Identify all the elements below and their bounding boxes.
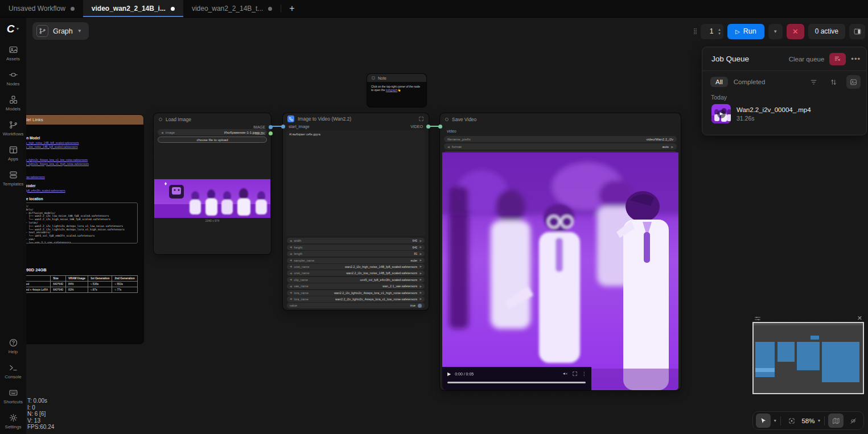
right-arrow-icon[interactable]: ▶ [419,272,422,275]
collapse-dot-icon[interactable] [159,118,162,121]
prompt-textarea[interactable]: AI выбирает себе друга [286,130,425,236]
job-queue-item[interactable]: ▶ Wan2.2_i2v_00004_.mp4 31.26s [702,103,866,123]
toggle-links-button[interactable] [846,414,861,428]
more-options-icon[interactable]: ••• [851,55,861,63]
right-arrow-icon[interactable]: ▶ [419,253,422,255]
filter-all-chip[interactable]: All [710,77,728,87]
unet-high-widget[interactable]: ◀unet_namewan2.2_i2v_high_noise_14B_fp8_… [287,264,425,270]
sidebar-item-shortcuts[interactable]: Shortcuts [0,384,26,409]
node-header[interactable]: Save Video [440,113,681,124]
chevron-down-icon[interactable]: ▼ [77,28,82,34]
zoom-dropdown-icon[interactable]: ▼ [817,419,821,423]
unsaved-dot-icon[interactable] [268,7,272,11]
mute-icon[interactable] [562,371,568,377]
sidebar-item-models[interactable]: Models [0,91,26,116]
play-button[interactable]: ▶ [447,371,451,377]
stepper-buttons[interactable]: ▲▼ [718,28,721,35]
subgraph-link[interactable]: subgraph [386,89,397,92]
unsaved-dot-icon[interactable] [71,7,75,11]
node-header[interactable]: Image to Video (Wan2.2) [283,113,429,123]
fit-view-button[interactable] [784,414,799,428]
left-arrow-icon[interactable]: ◀ [290,253,292,255]
mask-output-dot[interactable] [269,131,273,135]
left-arrow-icon[interactable]: ◀ [290,285,292,288]
gallery-view-button[interactable] [846,75,861,89]
video-preview[interactable]: ▶ 0:00 / 0:05 ⋮ [442,152,678,390]
sidebar-item-settings[interactable]: Settings [0,409,26,434]
sidebar-item-console[interactable]: Console [0,359,26,384]
left-arrow-icon[interactable]: ◀ [290,272,292,275]
open-subgraph-icon[interactable] [418,116,424,122]
format-widget[interactable]: ◀ format auto ▶ [444,143,677,150]
model-link[interactable]: wan2.2_i2v_low_noise_14B_fp8_scaled.safe… [26,146,138,150]
note-header[interactable]: Model Links [26,115,143,125]
model-link[interactable]: umt5_xxl_fp8_e4m3fn_scaled.safetensors [26,189,138,193]
right-arrow-icon[interactable]: ▶ [419,297,422,300]
left-arrow-icon[interactable]: ◀ [290,246,292,249]
image-filename-widget[interactable]: ◀ image Изображение-1-1.jpeg ▶ [158,129,267,135]
right-arrow-icon[interactable]: ▶ [419,246,422,249]
toggle-panel-button[interactable] [849,24,865,39]
toggle-knob[interactable] [418,304,422,308]
clip-widget[interactable]: ◀clip_nameumt5_xxl_fp8_e4m3fn_scaled.saf… [287,277,425,283]
run-button[interactable]: ▷ Run [727,24,764,39]
right-arrow-icon[interactable]: ▶ [419,291,422,294]
select-tool-button[interactable] [756,414,771,428]
unsaved-dot-icon[interactable] [171,7,175,11]
left-arrow-icon[interactable]: ◀ [447,145,450,148]
filename-prefix-widget[interactable]: filename_prefix video/Wan2.2_i2v [444,136,677,142]
image-to-video-node[interactable]: Image to Video (Wan2.2) start_image VIDE… [283,113,429,310]
fullscreen-icon[interactable] [572,371,578,377]
right-arrow-icon[interactable]: ▶ [419,278,422,281]
left-arrow-icon[interactable]: ◀ [290,239,292,242]
collapse-dot-icon[interactable] [372,76,375,80]
minimap-viewport[interactable] [752,322,864,394]
run-options-button[interactable]: ▼ [768,24,783,39]
sidebar-item-help[interactable]: Help [0,334,26,359]
model-links-note-node[interactable]: Model Links Diffusion Model wan2.2_i2v_h… [26,115,143,344]
left-arrow-icon[interactable]: ◀ [290,265,292,268]
left-arrow-icon[interactable]: ◀ [290,259,292,262]
graph-breadcrumb[interactable]: Graph ▼ [32,22,89,40]
video-progress-bar[interactable] [447,382,586,383]
sampler-widget[interactable]: ◀sampler_nameeuler▶ [287,258,425,263]
model-link[interactable]: wan2.2_i2v_lightx2v_4steps_lora_v1_high_… [26,163,138,167]
zoom-level[interactable]: 58% [801,418,814,424]
video-input-dot[interactable] [438,125,442,129]
vae-widget[interactable]: ◀vae_namewan_2.1_vae.safetensors▶ [287,283,425,289]
height-widget[interactable]: ◀height640▶ [287,245,425,250]
clear-queue-button[interactable] [829,53,846,65]
minimap-panel[interactable]: ✕ [752,316,864,394]
filter-completed[interactable]: Completed [734,78,801,85]
right-arrow-icon[interactable]: ▶ [419,259,422,262]
batch-count-input[interactable]: 1 ▲▼ [701,24,723,39]
left-arrow-icon[interactable]: ◀ [290,297,292,300]
sidebar-item-nodes[interactable]: Nodes [0,66,26,91]
load-image-node[interactable]: Load Image IMAGE MASK ◀ image Изображени… [154,113,271,254]
minimap-settings-icon[interactable] [754,315,761,322]
drag-handle[interactable]: ⣿ [693,30,697,33]
left-arrow-icon[interactable]: ◀ [161,131,163,134]
sort-button[interactable] [826,75,841,89]
collapse-dot-icon[interactable] [445,118,449,121]
left-arrow-icon[interactable]: ◀ [290,291,292,294]
graph-canvas[interactable]: Graph ▼ Model Links Diffusion Model wan2… [26,18,868,434]
sidebar-item-workflows[interactable]: Workflows [0,116,26,141]
video-menu-icon[interactable]: ⋮ [582,371,586,377]
image-output-dot[interactable] [269,125,273,129]
right-arrow-icon[interactable]: ▶ [419,239,422,242]
start-image-input-dot[interactable] [281,125,285,129]
sidebar-item-assets[interactable]: Assets [0,41,26,66]
minimap-close-icon[interactable]: ✕ [857,315,862,322]
video-output-dot[interactable] [426,125,430,129]
filter-button[interactable] [807,75,821,89]
result-thumbnail[interactable]: ▶ [711,104,731,123]
node-header[interactable]: Load Image [154,113,271,124]
new-tab-button[interactable]: + [281,0,302,17]
note-header[interactable]: Note [367,74,426,82]
clear-queue-label[interactable]: Clear queue [789,56,825,63]
left-arrow-icon[interactable]: ◀ [290,278,292,281]
note-node[interactable]: Note Click on the top-right corner of th… [367,74,426,107]
model-link[interactable]: wan_2.1_vae.safetensors [26,176,138,180]
tab-unsaved-workflow[interactable]: Unsaved Workflow [0,0,83,17]
